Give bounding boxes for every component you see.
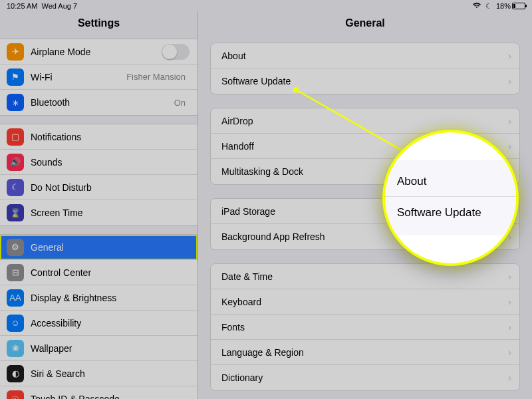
airplane-mode-switch[interactable] [162, 44, 190, 60]
detail-row-fonts[interactable]: Fonts› [211, 315, 519, 340]
detail-title: General [198, 12, 532, 43]
sidebar-item-accessibility[interactable]: ☺Accessibility [0, 311, 198, 336]
sidebar-item-do-not-disturb[interactable]: ☾Do Not Disturb [0, 175, 198, 200]
siri-search-icon: ◐ [7, 365, 24, 382]
sidebar-item-label: Wallpaper [31, 343, 190, 354]
sidebar-item-general[interactable]: ⚙General [0, 235, 198, 260]
sidebar-item-label: Wi-Fi [31, 72, 126, 82]
display-brightness-icon: AA [7, 289, 24, 307]
detail-row-date-time[interactable]: Date & Time› [211, 264, 519, 289]
magnifier-row: About [385, 160, 516, 197]
sidebar-item-airplane-mode[interactable]: ✈Airplane Mode [0, 39, 198, 65]
sidebar-item-siri-search[interactable]: ◐Siri & Search [0, 361, 198, 386]
sidebar-item-label: Airplane Mode [31, 47, 162, 57]
touch-id-passcode-icon: ☉ [7, 390, 24, 399]
callout-magnifier: About Software Update [382, 130, 519, 266]
chevron-right-icon: › [508, 271, 511, 282]
sidebar-title: Settings [0, 12, 198, 39]
detail-row-keyboard[interactable]: Keyboard› [211, 289, 519, 315]
sidebar-item-notifications[interactable]: ▢Notifications [0, 124, 198, 150]
sounds-icon: 🔊 [7, 154, 24, 171]
detail-row-about[interactable]: About› [211, 43, 519, 68]
sidebar-item-label: Screen Time [31, 207, 190, 218]
sidebar-item-value: Fisher Mansion [126, 72, 186, 82]
sidebar-item-screen-time[interactable]: ⌛Screen Time [0, 200, 198, 225]
accessibility-icon: ☺ [7, 315, 24, 332]
detail-row-label: Software Update [219, 76, 508, 86]
detail-row-software-update[interactable]: Software Update› [211, 68, 519, 94]
sidebar-group-connectivity: ✈Airplane Mode⚑Wi-FiFisher Mansion∗Bluet… [0, 39, 198, 116]
sidebar-item-label: Control Center [31, 267, 190, 278]
chevron-right-icon: › [508, 322, 511, 332]
detail-row-label: Fonts [219, 322, 508, 332]
settings-sidebar: Settings ✈Airplane Mode⚑Wi-FiFisher Mans… [0, 12, 198, 399]
sidebar-item-label: General [31, 242, 190, 253]
sidebar-item-value: On [174, 98, 186, 108]
sidebar-item-bluetooth[interactable]: ∗BluetoothOn [0, 90, 198, 115]
dnd-moon-icon: ☾ [485, 2, 492, 11]
chevron-right-icon: › [508, 347, 511, 358]
detail-row-label: Date & Time [219, 271, 508, 282]
sidebar-item-label: Sounds [31, 157, 190, 168]
screen-time-icon: ⌛ [7, 204, 24, 221]
status-bar: 10:25 AM Wed Aug 7 ☾ 18% [0, 0, 532, 12]
wallpaper-icon: ❀ [7, 340, 24, 357]
chevron-right-icon: › [508, 372, 511, 383]
chevron-right-icon: › [508, 116, 511, 126]
sidebar-item-label: Siri & Search [31, 368, 190, 379]
sidebar-item-wi-fi[interactable]: ⚑Wi-FiFisher Mansion [0, 65, 198, 90]
sidebar-item-display-brightness[interactable]: AADisplay & Brightness [0, 285, 198, 311]
battery-percent: 18% [496, 2, 511, 10]
battery-indicator: 18% [496, 2, 525, 10]
sidebar-item-control-center[interactable]: ⊟Control Center [0, 260, 198, 285]
sidebar-item-label: Touch ID & Passcode [31, 394, 190, 399]
detail-row-label: Keyboard [219, 297, 508, 307]
sidebar-item-label: Notifications [31, 132, 190, 142]
control-center-icon: ⊟ [7, 264, 24, 281]
wi-fi-icon: ⚑ [7, 68, 24, 86]
sidebar-item-label: Do Not Disturb [31, 182, 190, 193]
general-icon: ⚙ [7, 239, 24, 256]
detail-row-language-region[interactable]: Language & Region› [211, 340, 519, 365]
chevron-right-icon: › [508, 297, 511, 307]
sidebar-group-general: ⚙General⊟Control CenterAADisplay & Brigh… [0, 234, 198, 399]
detail-row-label: Language & Region [219, 347, 508, 358]
detail-group: About›Software Update› [210, 43, 520, 94]
airplane-mode-icon: ✈ [7, 43, 24, 61]
sidebar-item-label: Bluetooth [31, 97, 174, 108]
chevron-right-icon: › [508, 51, 511, 61]
magnifier-row: Software Update [385, 197, 516, 235]
detail-row-dictionary[interactable]: Dictionary› [211, 365, 519, 390]
sidebar-group-notifications: ▢Notifications🔊Sounds☾Do Not Disturb⌛Scr… [0, 124, 198, 226]
sidebar-item-label: Accessibility [31, 318, 190, 329]
detail-group: Date & Time›Keyboard›Fonts›Language & Re… [210, 263, 520, 391]
sidebar-item-label: Display & Brightness [31, 293, 190, 303]
bluetooth-icon: ∗ [7, 94, 24, 111]
do-not-disturb-icon: ☾ [7, 179, 24, 196]
sidebar-item-sounds[interactable]: 🔊Sounds [0, 150, 198, 175]
chevron-right-icon: › [508, 141, 511, 152]
sidebar-item-wallpaper[interactable]: ❀Wallpaper [0, 336, 198, 361]
status-time: 10:25 AM [7, 2, 37, 10]
detail-row-airdrop[interactable]: AirDrop› [211, 108, 519, 134]
detail-row-label: Dictionary [219, 372, 508, 383]
detail-row-label: AirDrop [219, 116, 508, 126]
status-date: Wed Aug 7 [41, 2, 77, 10]
wifi-icon [472, 2, 481, 10]
chevron-right-icon: › [508, 76, 511, 86]
sidebar-item-touch-id-passcode[interactable]: ☉Touch ID & Passcode [0, 386, 198, 399]
notifications-icon: ▢ [7, 128, 24, 146]
detail-row-label: About [219, 51, 508, 61]
